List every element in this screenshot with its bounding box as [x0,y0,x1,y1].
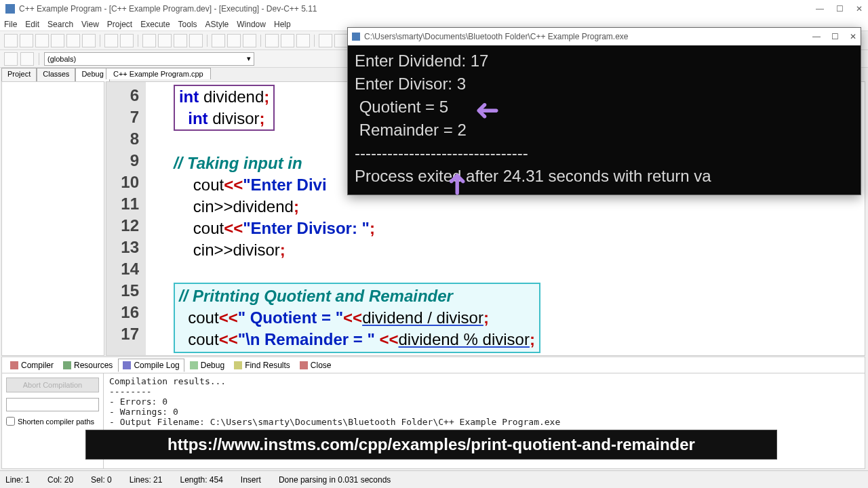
minimize-button[interactable]: — [816,4,824,14]
menu-tools[interactable]: Tools [178,20,197,29]
tb-sep [100,35,100,47]
tb-sep [138,35,138,47]
sidebar-tabs: Project Classes Debug [1,68,103,81]
console-title-text: C:\Users\smarty\Documents\Bluetooth Fold… [364,32,628,41]
window-titlebar: C++ Example Program - [C++ Example Progr… [0,0,868,18]
tb-fwd-icon[interactable] [20,52,34,66]
menu-project[interactable]: Project [107,20,132,29]
status-line: Line: 1 [5,475,30,485]
btab-compiler[interactable]: Compiler [6,359,58,371]
tb-replace-icon[interactable] [334,34,348,47]
menu-window[interactable]: Window [237,20,266,29]
tb-rebuild-icon[interactable] [189,34,203,47]
close-button[interactable]: ✕ [856,4,863,14]
tb-saveall-icon[interactable] [51,34,64,47]
console-titlebar: C:\Users\smarty\Documents\Bluetooth Fold… [348,28,861,45]
tb-sep [260,35,261,47]
compile-input[interactable] [6,398,99,411]
btab-debug[interactable]: Debug [186,359,229,371]
app-icon [5,4,15,14]
sidebar-body [1,81,104,356]
line-gutter: 678 91011 121314 151617 [106,82,146,355]
tb-print-icon[interactable] [82,34,96,47]
status-bar: Line: 1 Col: 20 Sel: 0 Lines: 21 Length:… [0,470,868,488]
tb-sep [39,53,39,65]
tb-compile-icon[interactable] [142,34,156,47]
tb-sep [207,35,208,47]
tb-open-icon[interactable] [20,34,33,47]
window-title: C++ Example Program - [C++ Example Progr… [19,4,317,14]
tb-run-icon[interactable] [158,34,172,47]
tb-save-icon[interactable] [35,34,49,47]
tb-profile-icon[interactable] [243,34,256,47]
debug-icon [190,361,198,369]
tb-copy-icon[interactable] [281,34,294,47]
menu-help[interactable]: Help [274,20,291,29]
tb-paste-icon[interactable] [296,34,310,47]
menu-execute[interactable]: Execute [140,20,170,29]
btab-resources[interactable]: Resources [59,359,117,371]
tb-back-icon[interactable] [4,52,18,66]
status-lines: Lines: 21 [130,475,163,485]
status-insert: Insert [241,475,261,485]
menu-astyle[interactable]: AStyle [205,20,229,29]
file-tabs: C++ Example Program.cpp [106,68,211,79]
console-output: Enter Dividend: 17 Enter Divisor: 3 Quot… [348,45,861,192]
compiler-icon [10,361,18,369]
tb-find-icon[interactable] [319,34,332,47]
tb-compilerun-icon[interactable] [174,34,187,47]
maximize-button[interactable]: ☐ [836,4,844,14]
console-minimize-button[interactable]: — [812,32,821,41]
arrow-annotation-icon: ➜ [475,92,500,127]
url-banner: https://www.instms.com/cpp/examples/prin… [85,430,777,460]
resources-icon [63,361,71,369]
btab-findresults[interactable]: Find Results [230,359,294,371]
globals-label: (globals) [47,55,76,63]
tb-redo-icon[interactable] [120,34,134,47]
compilelog-icon [123,361,131,369]
menu-view[interactable]: View [81,20,99,29]
console-window: C:\Users\smarty\Documents\Bluetooth Fold… [347,27,861,195]
status-done: Done parsing in 0.031 seconds [279,475,391,485]
tb-cut-icon[interactable] [265,34,279,47]
menu-file[interactable]: File [4,20,17,29]
abort-compilation-button[interactable]: Abort Compilation [6,378,99,392]
menu-edit[interactable]: Edit [25,20,39,29]
globals-dropdown[interactable]: (globals) ▾ [44,52,254,66]
console-icon [352,33,360,41]
shorten-paths-checkbox[interactable]: Shorten compiler paths [6,417,99,426]
tb-close-icon[interactable] [66,34,80,47]
tab-debug[interactable]: Debug [75,68,109,81]
btab-close[interactable]: Close [296,359,336,371]
tb-sep [314,35,315,47]
arrow-annotation-icon: ➜ [439,171,473,197]
tb-new-icon[interactable] [4,34,18,47]
btab-compilelog[interactable]: Compile Log [118,359,184,372]
file-tab[interactable]: C++ Example Program.cpp [106,68,211,79]
tab-project[interactable]: Project [1,68,37,81]
status-length: Length: 454 [180,475,222,485]
tb-debug-icon[interactable] [212,34,225,47]
tb-stop-icon[interactable] [227,34,241,47]
status-sel: Sel: 0 [91,475,112,485]
console-maximize-button[interactable]: ☐ [831,32,839,41]
status-col: Col: 20 [47,475,73,485]
tb-undo-icon[interactable] [104,34,118,47]
bottom-tabs: Compiler Resources Compile Log Debug Fin… [2,357,865,373]
menu-search[interactable]: Search [47,20,73,29]
find-icon [234,361,242,369]
console-close-button[interactable]: ✕ [850,32,856,41]
chevron-down-icon: ▾ [247,54,251,63]
close-icon [300,361,308,369]
tab-classes[interactable]: Classes [37,68,75,81]
